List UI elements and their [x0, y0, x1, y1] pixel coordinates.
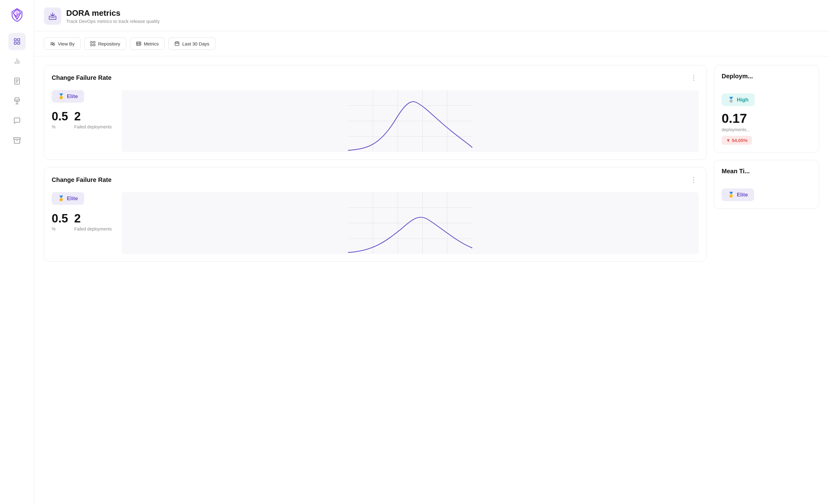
card-body-1: 🥇 Elite 0.5 % 2 Failed deployments	[52, 90, 699, 152]
chart-area-2	[121, 192, 699, 254]
secondary-value-2: 2	[74, 212, 112, 225]
app-logo	[8, 6, 26, 24]
metrics-button[interactable]: Metrics	[130, 37, 165, 50]
content-area: Change Failure Rate ⋮ 🥇 Elite 0.5	[34, 56, 829, 504]
right-card-title-2: Mean Ti...	[722, 168, 750, 175]
card-header-2: Change Failure Rate ⋮	[52, 175, 699, 185]
right-card-header-1: Deploym...	[722, 73, 812, 86]
elite-badge-emoji-1: 🥇	[58, 93, 64, 100]
right-card-header-2: Mean Ti...	[722, 168, 812, 181]
svg-rect-16	[91, 41, 92, 43]
elite-badge-1: 🥇 Elite	[52, 90, 84, 103]
high-badge-label: High	[737, 97, 749, 103]
elite-badge-right: 🥇 Elite	[722, 188, 754, 201]
svg-rect-4	[14, 42, 16, 44]
secondary-metric-2: 2 Failed deployments	[74, 212, 112, 231]
last-30-days-button[interactable]: Last 30 Days	[168, 37, 215, 50]
svg-rect-24	[175, 42, 179, 46]
card-metrics-1: 0.5 % 2 Failed deployments	[52, 110, 112, 129]
svg-rect-18	[91, 44, 92, 46]
primary-unit-1: %	[52, 124, 68, 129]
repository-label: Repository	[98, 41, 120, 46]
card-body-2: 🥇 Elite 0.5 % 2 Failed deployments	[52, 192, 699, 254]
right-column: Deploym... 🥈 High 0.17 deployments... ▼ …	[714, 65, 819, 495]
card-menu-button-2[interactable]: ⋮	[689, 175, 699, 185]
page-header: DORA metrics Track DevOps metrics to tra…	[34, 0, 829, 31]
change-failure-rate-card-1: Change Failure Rate ⋮ 🥇 Elite 0.5	[44, 65, 707, 160]
right-metric-value-1: 0.17	[722, 111, 812, 126]
primary-metric-1: 0.5 %	[52, 110, 68, 129]
metrics-label: Metrics	[144, 41, 159, 46]
mean-time-card: Mean Ti... 🥇 Elite	[714, 160, 819, 209]
change-failure-rate-card-2: Change Failure Rate ⋮ 🥇 Elite 0.5	[44, 167, 707, 262]
secondary-value-1: 2	[74, 110, 112, 123]
secondary-label-2: Failed deployments	[74, 226, 112, 231]
right-card-title-1: Deploym...	[722, 73, 753, 80]
change-badge-1: ▼ 54.05%	[722, 136, 752, 145]
last-30-days-label: Last 30 Days	[182, 41, 210, 46]
elite-badge-label-right: Elite	[737, 192, 748, 198]
primary-value-1: 0.5	[52, 110, 68, 123]
view-by-label: View By	[58, 41, 75, 46]
elite-badge-emoji-right: 🥇	[728, 191, 734, 198]
primary-value-2: 0.5	[52, 212, 68, 225]
elite-badge-emoji-2: 🥇	[58, 195, 64, 202]
card-metrics-2: 0.5 % 2 Failed deployments	[52, 212, 112, 231]
repository-button[interactable]: Repository	[84, 37, 126, 50]
elite-badge-2: 🥇 Elite	[52, 192, 84, 205]
change-value-1: ▼ 54.05%	[726, 138, 748, 143]
svg-rect-10	[13, 138, 21, 139]
svg-rect-19	[94, 44, 95, 46]
svg-rect-5	[17, 42, 20, 44]
secondary-metric-1: 2 Failed deployments	[74, 110, 112, 129]
main-cards-column: Change Failure Rate ⋮ 🥇 Elite 0.5	[44, 65, 707, 495]
primary-unit-2: %	[52, 226, 68, 231]
main-content: DORA metrics Track DevOps metrics to tra…	[34, 0, 829, 504]
card-menu-button-1[interactable]: ⋮	[689, 73, 699, 83]
elite-badge-label-2: Elite	[67, 195, 78, 202]
filter-bar: View By Repository Metrics	[34, 31, 829, 56]
view-by-button[interactable]: View By	[44, 37, 80, 50]
high-badge: 🥈 High	[722, 94, 755, 106]
card-left-2: 🥇 Elite 0.5 % 2 Failed deployments	[52, 192, 112, 231]
right-metric-label-1: deployments...	[722, 127, 812, 132]
svg-rect-3	[17, 39, 20, 41]
sidebar-item-messages[interactable]	[8, 112, 26, 129]
card-header-1: Change Failure Rate ⋮	[52, 73, 699, 83]
sidebar-item-achievements[interactable]	[8, 92, 26, 110]
sidebar	[0, 0, 34, 504]
sidebar-item-archive[interactable]	[8, 132, 26, 149]
card-title-2: Change Failure Rate	[52, 176, 111, 183]
page-title: DORA metrics	[66, 8, 160, 18]
svg-rect-17	[94, 41, 95, 43]
sidebar-navigation	[0, 33, 34, 149]
sidebar-item-reports[interactable]	[8, 72, 26, 90]
page-subtitle: Track DevOps metrics to track release qu…	[66, 19, 160, 24]
sidebar-item-dashboard[interactable]	[8, 33, 26, 50]
sidebar-item-analytics[interactable]	[8, 52, 26, 70]
secondary-label-1: Failed deployments	[74, 124, 112, 129]
chart-area-1	[121, 90, 699, 152]
header-text: DORA metrics Track DevOps metrics to tra…	[66, 8, 160, 24]
header-icon	[44, 7, 61, 25]
primary-metric-2: 0.5 %	[52, 212, 68, 231]
card-left-1: 🥇 Elite 0.5 % 2 Failed deployments	[52, 90, 112, 129]
card-title-1: Change Failure Rate	[52, 74, 111, 81]
svg-rect-2	[14, 39, 16, 41]
high-badge-emoji: 🥈	[728, 97, 734, 103]
deployment-frequency-card: Deploym... 🥈 High 0.17 deployments... ▼ …	[714, 65, 819, 152]
elite-badge-label-1: Elite	[67, 94, 78, 100]
